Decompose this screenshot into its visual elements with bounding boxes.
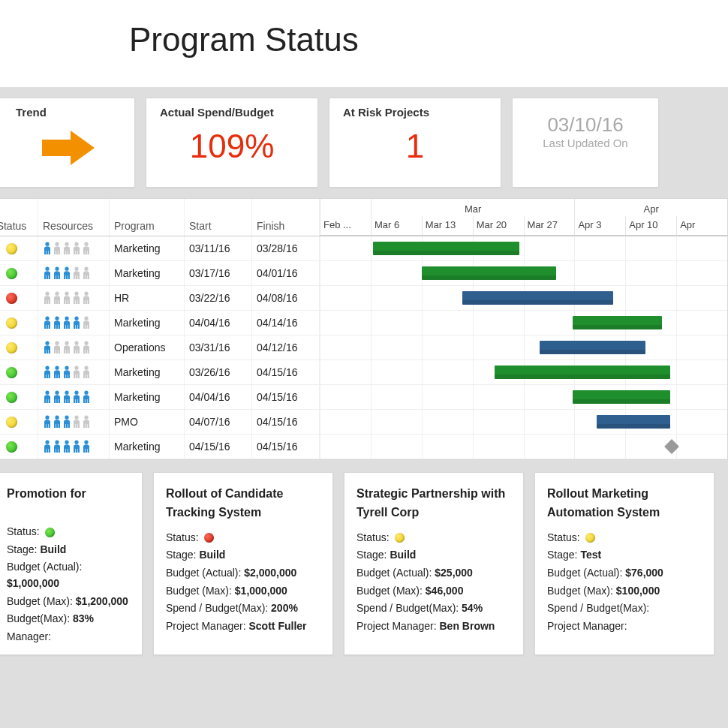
project-card[interactable]: Strategic Partnership with Tyrell Corp S… <box>344 472 524 655</box>
person-icon <box>72 316 81 329</box>
svg-point-13 <box>65 292 68 296</box>
svg-point-23 <box>65 341 68 345</box>
person-icon <box>53 341 62 354</box>
cell-status <box>0 286 38 310</box>
person-icon <box>62 242 71 255</box>
project-card[interactable]: Promotion for Status: Stage: Build Budge… <box>0 472 143 655</box>
svg-point-45 <box>84 441 88 444</box>
table-row[interactable]: PMO 04/07/16 04/15/16 <box>0 410 727 435</box>
person-icon <box>82 366 91 379</box>
gantt-cell <box>320 261 727 285</box>
person-icon <box>72 366 81 379</box>
person-icon <box>53 415 62 429</box>
table-row[interactable]: Marketing 04/04/16 04/15/16 <box>0 385 727 410</box>
col-resources[interactable]: Resources <box>38 199 110 236</box>
col-finish[interactable]: Finish <box>252 199 320 236</box>
table-row[interactable]: HR 03/22/16 04/08/16 <box>0 286 727 311</box>
svg-point-8 <box>65 267 68 271</box>
project-title: Promotion for <box>7 485 130 516</box>
svg-point-29 <box>74 366 78 370</box>
person-icon <box>43 266 52 280</box>
status-dot-icon <box>395 533 405 543</box>
svg-point-35 <box>84 391 88 395</box>
gantt-bar[interactable] <box>573 316 662 329</box>
svg-point-43 <box>65 441 68 444</box>
status-dot-icon <box>6 417 17 428</box>
gantt-cell <box>320 335 727 359</box>
person-icon <box>43 440 52 453</box>
table-row[interactable]: Marketing 04/15/16 04/15/16 <box>0 435 727 459</box>
person-icon <box>82 242 91 255</box>
cell-finish: 04/01/16 <box>252 261 320 285</box>
svg-point-33 <box>65 391 68 395</box>
svg-point-27 <box>55 366 59 370</box>
svg-point-7 <box>55 267 59 271</box>
kpi-risk-value: 1 <box>343 128 487 165</box>
person-icon <box>82 440 91 453</box>
svg-point-18 <box>65 317 68 320</box>
person-icon <box>62 291 71 305</box>
gantt-bar[interactable] <box>373 242 519 255</box>
svg-point-40 <box>84 416 88 420</box>
svg-point-30 <box>84 366 88 370</box>
kpi-trend[interactable]: Trend <box>0 98 135 188</box>
person-icon <box>43 341 52 354</box>
person-icon <box>62 366 71 379</box>
col-program[interactable]: Program <box>110 199 185 236</box>
cell-resources <box>38 335 110 359</box>
gantt-bar[interactable] <box>462 291 613 305</box>
cell-program: Marketing <box>110 261 185 285</box>
kpi-trend-label: Trend <box>16 106 121 119</box>
table-row[interactable]: Marketing 03/26/16 04/15/16 <box>0 360 727 385</box>
kpi-risk[interactable]: At Risk Projects 1 <box>329 98 501 188</box>
status-dot-icon <box>45 528 55 537</box>
table-row[interactable]: Marketing 04/04/16 04/14/16 <box>0 311 727 335</box>
project-title: Rollout of Candidate Tracking System <box>166 485 320 522</box>
svg-point-4 <box>74 242 78 246</box>
svg-point-21 <box>45 341 49 345</box>
col-status[interactable]: Status <box>0 199 38 236</box>
person-icon <box>53 242 62 255</box>
cell-resources <box>38 261 110 285</box>
project-card[interactable]: Rollout of Candidate Tracking System Sta… <box>153 472 333 655</box>
gantt-bar[interactable] <box>540 341 645 354</box>
person-icon <box>62 390 71 404</box>
table-row[interactable]: Marketing 03/17/16 04/01/16 <box>0 261 727 286</box>
kpi-updated[interactable]: 03/10/16 Last Updated On <box>512 98 659 188</box>
cell-status <box>0 261 38 285</box>
svg-marker-0 <box>42 131 95 165</box>
cell-start: 04/04/16 <box>185 385 252 409</box>
svg-point-2 <box>55 242 59 246</box>
svg-point-15 <box>84 292 88 296</box>
table-row[interactable]: Marketing 03/11/16 03/28/16 <box>0 236 727 261</box>
cell-program: Marketing <box>110 236 185 260</box>
gantt-bar[interactable] <box>597 415 670 429</box>
person-icon <box>72 390 81 404</box>
project-card[interactable]: Rollout Marketing Automation System Stat… <box>534 472 714 655</box>
kpi-spend[interactable]: Actual Spend/Budget 109% <box>146 98 318 188</box>
person-icon <box>82 341 91 354</box>
svg-point-31 <box>45 391 49 395</box>
cell-resources <box>38 385 110 409</box>
svg-point-28 <box>65 366 68 370</box>
cell-status <box>0 311 38 335</box>
cell-program: Operations <box>110 335 185 359</box>
project-title: Rollout Marketing Automation System <box>547 485 702 522</box>
kpi-row: Trend Actual Spend/Budget 109% At Risk P… <box>0 87 728 198</box>
table-row[interactable]: Operations 03/31/16 04/12/16 <box>0 335 727 360</box>
status-dot-icon <box>6 441 17 453</box>
cell-start: 03/22/16 <box>185 286 252 310</box>
person-icon <box>82 266 91 280</box>
cell-status <box>0 335 38 359</box>
cell-status <box>0 236 38 260</box>
cell-start: 03/11/16 <box>185 236 252 260</box>
gantt-bar[interactable] <box>495 366 669 379</box>
gantt-cell <box>320 360 727 384</box>
person-icon <box>43 366 52 379</box>
status-dot-icon <box>204 533 214 543</box>
gantt-bar[interactable] <box>573 390 670 404</box>
col-start[interactable]: Start <box>185 199 252 236</box>
cell-finish: 04/15/16 <box>252 385 320 409</box>
person-icon <box>82 291 91 305</box>
gantt-bar[interactable] <box>422 266 556 280</box>
